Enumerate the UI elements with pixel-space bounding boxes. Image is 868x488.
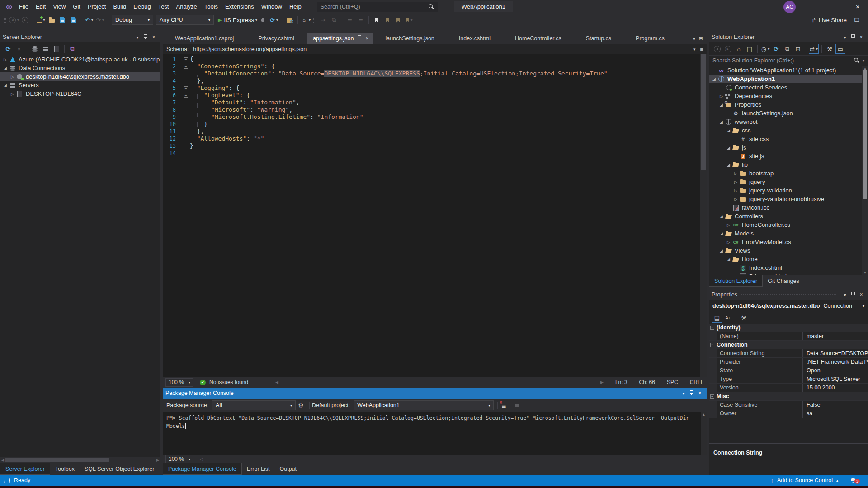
next-bookmark-icon[interactable]: [393, 15, 403, 25]
preview-selected-items-icon[interactable]: ▭: [835, 44, 845, 54]
property-row[interactable]: TypeMicrosoft SQL Server: [709, 375, 868, 384]
outline-margin[interactable]: −: [182, 63, 190, 70]
stop-refresh-icon[interactable]: ×: [14, 44, 24, 54]
solution-platform-select[interactable]: Any CPU▾: [156, 15, 214, 25]
tree-item[interactable]: ◢js: [709, 143, 868, 152]
tab-pin-icon[interactable]: [357, 33, 362, 44]
property-category[interactable]: −Connection: [709, 341, 868, 349]
tree-item[interactable]: Index.cshtml: [709, 263, 868, 272]
code-line[interactable]: 5−"Logging": {: [163, 84, 707, 92]
save-icon[interactable]: [57, 15, 67, 25]
code-line[interactable]: 7"Default": "Information",: [163, 99, 707, 106]
document-list-icon[interactable]: ▾: [693, 37, 695, 41]
clear-bookmarks-icon[interactable]: ▾: [404, 15, 414, 25]
solution-configuration-select[interactable]: Debug▾: [112, 15, 153, 25]
menu-item-analyze[interactable]: Analyze: [172, 0, 200, 14]
toolbar-grip[interactable]: [4, 16, 7, 23]
property-row[interactable]: (Name)master: [709, 332, 868, 341]
pmc-window-position-icon[interactable]: ▾: [679, 391, 688, 396]
collapse-box-icon[interactable]: −: [184, 65, 188, 69]
document-tab-WebApplication1.csproj[interactable]: WebApplication1.csproj: [163, 33, 246, 44]
tree-item[interactable]: Solution 'WebApplication1' (1 of 1 proje…: [709, 66, 868, 75]
property-value[interactable]: False: [803, 402, 868, 408]
property-value[interactable]: Open: [803, 367, 868, 374]
props-pin-icon[interactable]: [849, 291, 857, 298]
property-row[interactable]: Case SensitiveFalse: [709, 401, 868, 409]
collapse-box-icon[interactable]: −: [184, 57, 188, 61]
code-line[interactable]: 12"AllowedHosts": "*": [163, 135, 707, 142]
search-input[interactable]: Search (Ctrl+Q): [317, 2, 438, 12]
outline-margin[interactable]: [182, 70, 190, 77]
expander-expanded-icon[interactable]: ◢: [718, 249, 725, 253]
tree-item[interactable]: ◢Home: [709, 255, 868, 263]
pending-changes-filter-icon[interactable]: ◷▾: [760, 44, 770, 54]
menu-item-git[interactable]: Git: [69, 0, 84, 14]
outline-margin[interactable]: [182, 150, 190, 157]
property-value[interactable]: 15.00.2000: [803, 385, 868, 391]
new-project-icon[interactable]: ▾: [36, 15, 46, 25]
menu-item-build[interactable]: Build: [109, 0, 130, 14]
schema-dropdown-icon[interactable]: ▾: [693, 47, 696, 52]
category-collapse-icon[interactable]: −: [710, 326, 714, 330]
tree-item[interactable]: ◢Models: [709, 229, 868, 238]
package-source-settings-icon[interactable]: [297, 402, 305, 409]
package-source-select[interactable]: All▾: [212, 400, 296, 410]
outline-margin[interactable]: [182, 113, 190, 121]
open-file-icon[interactable]: [47, 15, 57, 25]
left-tab-server-explorer[interactable]: Server Explorer: [0, 463, 50, 475]
property-row[interactable]: Connection StringData Source=DESKTOP-N1D…: [709, 349, 868, 358]
sln-forward-icon[interactable]: ▸: [723, 44, 733, 54]
tree-item[interactable]: ▷HomeController.cs: [709, 221, 868, 229]
properties-title-bar[interactable]: Properties ▾ ×: [709, 289, 868, 300]
toggle-bookmark-icon[interactable]: [372, 15, 382, 25]
expander-collapsed-icon[interactable]: ▷: [732, 171, 739, 176]
document-tab-appsettings.json[interactable]: appsettings.json×: [307, 33, 373, 44]
tree-item[interactable]: ▷bootstrap: [709, 169, 868, 178]
code-line[interactable]: 9"Microsoft.Hosting.Lifetime": "Informat…: [163, 113, 707, 121]
server-explorer-title-bar[interactable]: Server Explorer ▾ ×: [0, 32, 160, 42]
minimize-button[interactable]: [806, 0, 826, 14]
expander-expanded-icon[interactable]: ◢: [2, 83, 9, 88]
document-tab-Index.cshtml[interactable]: Index.cshtml: [447, 33, 503, 44]
solution-search-icon[interactable]: [854, 57, 860, 64]
sln-pin-icon[interactable]: [849, 34, 857, 40]
console-line[interactable]: PM> Scaffold-DbContext "Data Source=DESK…: [166, 414, 703, 422]
solution-explorer-title-bar[interactable]: Solution Explorer ▾ ×: [709, 32, 868, 42]
outline-margin[interactable]: −: [182, 56, 190, 63]
tree-item[interactable]: ▷jquery-validation: [709, 186, 868, 195]
property-pages-icon[interactable]: ⚒: [739, 313, 749, 323]
left-tab-toolbox[interactable]: Toolbox: [50, 463, 80, 475]
search-icon[interactable]: [428, 4, 434, 10]
pin-icon[interactable]: [142, 34, 150, 40]
feedback-icon[interactable]: ⧠: [852, 15, 862, 25]
spaces-indicator[interactable]: SPC: [667, 379, 678, 385]
property-category[interactable]: −Misc: [709, 392, 868, 401]
server-explorer-hscrollbar[interactable]: ◀▶: [0, 457, 160, 463]
collapse-box-icon[interactable]: −: [184, 94, 188, 98]
solution-search-dropdown-icon[interactable]: ▾: [863, 59, 864, 63]
editor-zoom-select[interactable]: 100 %▾: [165, 378, 193, 387]
code-line[interactable]: 13}: [163, 142, 707, 150]
pmc-hscroll-icon[interactable]: ◁: [200, 457, 203, 461]
source-control-expand-icon[interactable]: ▴: [836, 479, 838, 483]
category-collapse-icon[interactable]: −: [710, 343, 714, 347]
property-value[interactable]: .NET Framework Data Provider fo: [803, 359, 868, 365]
properties-tool-icon[interactable]: ⚒: [825, 44, 835, 54]
bottom-tab-package-manager-console[interactable]: Package Manager Console: [163, 463, 242, 475]
tree-item[interactable]: ◢Views: [709, 246, 868, 255]
hscroll-left-icon[interactable]: ◀: [275, 380, 278, 385]
tree-item[interactable]: Connected Services: [709, 83, 868, 92]
sync-with-active-document-icon[interactable]: ⇄▾: [809, 44, 819, 54]
bottom-tab-error-list[interactable]: Error List: [242, 463, 275, 475]
property-category[interactable]: −(Identity): [709, 324, 868, 332]
expander-expanded-icon[interactable]: ◢: [2, 66, 9, 70]
outline-margin[interactable]: [182, 106, 190, 113]
code-line[interactable]: 6−"LogLevel": {: [163, 92, 707, 99]
outline-margin[interactable]: −: [182, 92, 190, 99]
property-row[interactable]: Ownersa: [709, 409, 868, 418]
expander-expanded-icon[interactable]: ◢: [725, 163, 732, 167]
comment-icon[interactable]: ⧉: [329, 15, 339, 25]
property-value[interactable]: Data Source=DESKTOP-N1DL64C\: [803, 350, 868, 357]
restore-button[interactable]: [826, 0, 847, 14]
sln-window-position-icon[interactable]: ▾: [841, 35, 849, 40]
